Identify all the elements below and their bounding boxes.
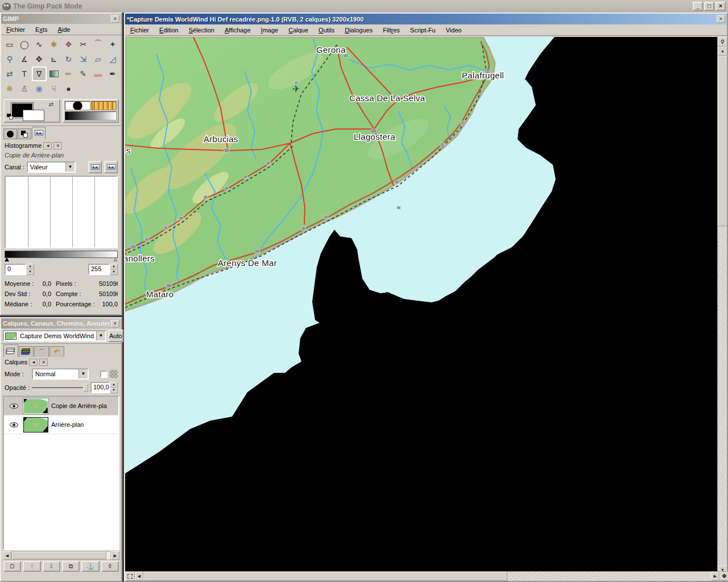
tool-paths[interactable]: ⌒ [90,37,105,52]
reset-colors-icon[interactable] [7,114,14,120]
scroll-left-icon[interactable]: ◀ [3,551,11,560]
vertical-scrollbar[interactable]: ⚲ ▲ ▼ [717,37,727,575]
tool-scissors-select[interactable]: ✂ [76,37,90,52]
scroll-up-icon[interactable]: ▲ [718,47,727,56]
opacity-slider[interactable] [32,384,88,392]
tool-fuzzy-select[interactable]: ✱ [47,37,61,52]
tool-eraser[interactable]: ▬ [90,66,105,81]
maximize-button[interactable]: □ [704,2,714,11]
tool-move[interactable]: ✥ [32,52,47,66]
tool-gradient[interactable] [47,66,61,81]
menu-aide[interactable]: Aide [52,25,75,34]
tool-rotate[interactable]: ↻ [61,52,76,66]
scrollbar-thumb[interactable] [12,552,106,559]
fg-bg-color-area[interactable]: ⇄ [3,99,60,123]
navigation-preview-icon[interactable]: ✥ [719,572,728,581]
image-close-icon[interactable]: × [717,15,725,23]
active-gradient-preview[interactable] [65,111,117,120]
spin-down-icon[interactable]: ▼ [110,269,118,275]
tool-crop[interactable]: ⊾ [47,52,61,66]
tool-color-picker[interactable]: ✦ [105,37,120,52]
range-high-spinner[interactable]: 255 ▲▼ [88,264,118,275]
tab-brushes[interactable] [3,128,17,139]
layer-visibility-toggle[interactable] [4,422,23,427]
menu-filtres[interactable]: Filtres [378,26,405,35]
tool-zoom[interactable]: ⚲ [2,52,17,66]
spin-down-icon[interactable]: ▼ [26,269,34,275]
menu-dition[interactable]: Édition [154,26,184,35]
opacity-slider-knob[interactable] [83,384,88,392]
image-select-combo[interactable]: Capture Demis WorldWind ▼ [3,330,106,342]
tab-paths[interactable]: ⌒ [34,346,49,357]
histogram-range-sliders[interactable] [5,258,118,263]
tool-ink[interactable]: ✒ [105,66,120,81]
tool-ellipse-select[interactable]: ◯ [17,37,32,52]
tool-scale[interactable]: ⇲ [76,52,90,66]
scroll-right-icon[interactable]: ▶ [711,572,719,581]
spin-up-icon[interactable]: ▲ [110,264,118,269]
menu-exts[interactable]: Exts [30,25,52,34]
tool-measure[interactable]: ∡ [17,52,32,66]
swap-colors-icon[interactable]: ⇄ [49,101,53,107]
menu-fichier[interactable]: Fichier [125,26,154,35]
chevron-down-icon[interactable]: ▼ [78,369,88,379]
keep-transparency-checkbox[interactable] [100,371,107,378]
tool-blur-sharpen[interactable]: ◉ [32,81,47,96]
layers-close-icon[interactable]: × [111,320,119,327]
layer-list-scrollbar[interactable]: ◀ ▶ [3,551,119,560]
layers-titlebar[interactable]: Calques, Canaux, Chemins, Annuler × [1,318,121,329]
toolbox-titlebar[interactable]: GIMP × [1,14,121,24]
histogram-display[interactable] [5,176,118,248]
minimize-button[interactable]: _ [693,2,703,11]
scrollbar-thumb[interactable] [718,56,727,226]
histogram-linear-button[interactable] [88,161,102,173]
layer-row[interactable]: Copie de Arrière-pla [4,397,118,415]
scrollbar-thumb[interactable] [143,572,507,581]
channel-select[interactable]: Valeur ▼ [27,161,76,173]
chevron-down-icon[interactable]: ▼ [65,163,75,172]
image-canvas[interactable]: ✈ sGeronaPalafrugellCassa De La SelvaLla… [125,37,717,575]
horizontal-scrollbar[interactable]: ◀ ▶ ✥ [125,571,728,581]
layer-mode-select[interactable]: Normal ▼ [32,368,89,380]
opacity-spinner[interactable]: 100,0 ▲▼ [90,382,118,393]
spin-down-icon[interactable]: ▼ [110,388,118,393]
panel-close-icon[interactable]: ✕ [39,359,48,366]
tool-airbrush[interactable]: ● [61,81,76,96]
menu-affichage[interactable]: Affichage [220,26,256,35]
tool-smudge[interactable]: ☟ [47,81,61,96]
histogram-range-gradient[interactable] [5,251,118,258]
panel-menu-icon[interactable]: ◄ [29,359,38,366]
raise-layer-button[interactable]: ⇧ [23,561,40,572]
tab-layers[interactable] [3,344,18,357]
tool-bucket-fill[interactable]: ∇ [32,66,47,81]
tool-flip[interactable]: ⇄ [2,66,17,81]
duplicate-layer-button[interactable]: ⧉ [62,561,80,572]
tab-undo-history[interactable]: ↶ [49,346,64,357]
new-layer-button[interactable]: 🗋 [3,561,21,572]
menu-scriptfu[interactable]: Script-Fu [405,26,441,35]
tool-dodge-burn[interactable]: ❋ [2,81,17,96]
scroll-left-icon[interactable]: ◀ [135,572,143,581]
menu-image[interactable]: Image [256,26,284,35]
active-brush-preview[interactable] [65,101,90,110]
close-button[interactable]: × [715,2,726,11]
range-low-spinner[interactable]: 0 ▲▼ [5,264,34,275]
lower-layer-button[interactable]: ⇩ [43,561,60,572]
tool-select-by-color[interactable]: ❖ [61,37,76,52]
menu-outils[interactable]: Outils [313,26,340,35]
menu-calque[interactable]: Calque [283,26,313,35]
tab-histogram[interactable] [32,127,46,139]
toolbox-close-icon[interactable]: × [111,15,119,23]
tab-channels[interactable] [19,346,34,357]
range-low-slider[interactable] [5,257,9,261]
chevron-down-icon[interactable]: ▼ [96,331,105,340]
anchor-layer-button[interactable]: ⚓ [81,561,99,572]
menu-dialogues[interactable]: Dialogues [340,26,378,35]
tool-lasso-select[interactable]: ∿ [32,37,47,52]
spin-up-icon[interactable]: ▲ [110,382,118,388]
layer-visibility-toggle[interactable] [4,404,23,409]
tab-colors[interactable] [18,128,31,139]
menu-slection[interactable]: Sélection [184,26,220,35]
zoom-follows-window-icon[interactable]: ⚲ [718,37,727,47]
range-high-slider[interactable] [113,257,118,261]
